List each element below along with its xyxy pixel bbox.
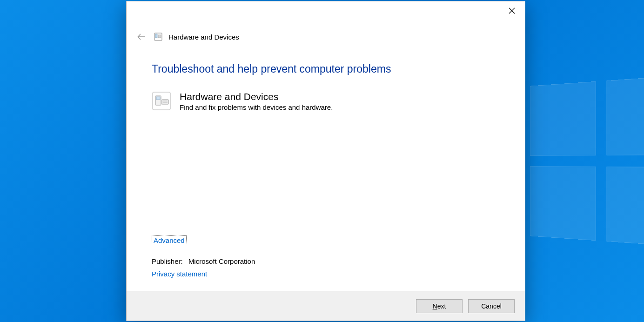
item-description: Find and fix problems with devices and h… [180,103,333,111]
close-button[interactable] [499,1,525,20]
svg-rect-8 [156,97,160,100]
back-button[interactable] [135,30,148,43]
cancel-button[interactable]: Cancel [468,299,515,313]
publisher-value: Microsoft Corporation [188,257,255,265]
svg-rect-5 [158,35,161,38]
hardware-devices-icon [152,91,171,111]
svg-rect-9 [162,100,168,104]
publisher-label: Publisher: [152,257,183,265]
svg-rect-4 [155,34,157,38]
header-title: Hardware and Devices [168,33,239,41]
next-button-label-rest: ext [437,302,446,310]
button-bar: Next Cancel [127,291,525,321]
content-area: Troubleshoot and help prevent computer p… [127,46,525,291]
privacy-statement-link[interactable]: Privacy statement [152,270,207,278]
desktop-windows-logo [530,75,644,247]
titlebar [127,1,525,25]
troubleshooter-item: Hardware and Devices Find and fix proble… [152,91,500,111]
close-icon [509,7,515,14]
header-row: Hardware and Devices [127,25,525,46]
troubleshooter-header-icon [154,32,163,41]
advanced-link[interactable]: Advanced [152,235,187,245]
publisher-row: Publisher: Microsoft Corporation [152,257,500,265]
next-button[interactable]: Next [416,299,463,313]
svg-rect-11 [163,102,168,103]
troubleshooter-dialog: Hardware and Devices Troubleshoot and he… [126,1,525,321]
main-heading: Troubleshoot and help prevent computer p… [152,63,500,75]
item-title: Hardware and Devices [180,91,333,102]
back-arrow-icon [136,32,147,42]
troubleshooter-item-text: Hardware and Devices Find and fix proble… [180,91,333,111]
svg-rect-10 [163,101,168,101]
